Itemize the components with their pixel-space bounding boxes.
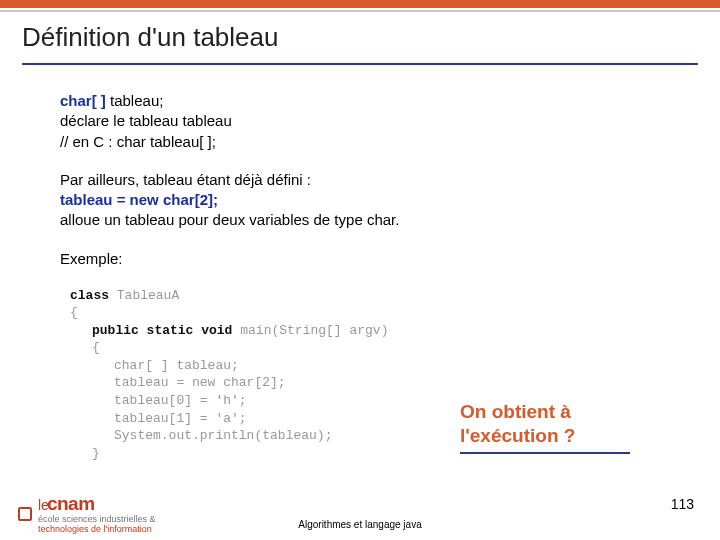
code-classname: TableauA (109, 288, 179, 303)
kw-public-static-void: public static void (92, 323, 232, 338)
code-main-sig: main(String[] argv) (232, 323, 388, 338)
callout-underline (460, 452, 630, 454)
alloc-line1: Par ailleurs, tableau étant déjà défini … (60, 170, 680, 190)
decl-line2: déclare le tableau tableau (60, 111, 680, 131)
code-line-brace-open: { (70, 304, 680, 322)
callout-box: On obtient à l'exécution ? (460, 400, 630, 454)
code-line-decl: char[ ] tableau; (70, 357, 680, 375)
callout-line2: l'exécution ? (460, 424, 630, 448)
slide-title: Définition d'un tableau (22, 22, 720, 53)
page-number: 113 (671, 496, 694, 512)
logo-cnam: cnam (47, 493, 95, 514)
decl-line1-rest: tableau; (106, 92, 164, 109)
example-label: Exemple: (60, 249, 680, 269)
logo-row: lecnam école sciences industrielles & te… (18, 493, 156, 534)
block-declaration: char[ ] tableau; déclare le tableau tabl… (60, 91, 680, 152)
decl-line3: // en C : char tableau[ ]; (60, 132, 680, 152)
slide: Définition d'un tableau char[ ] tableau;… (0, 0, 720, 540)
top-accent-bar (0, 0, 720, 8)
alloc-line2: tableau = new char[2]; (60, 190, 680, 210)
code-line-brace-open2: { (70, 339, 680, 357)
code-line-main: public static void main(String[] argv) (70, 322, 680, 340)
code-line-new: tableau = new char[2]; (70, 374, 680, 392)
decl-line1: char[ ] tableau; (60, 91, 680, 111)
logo-sub2: technologies de l'information (38, 525, 156, 534)
cnam-logo: lecnam école sciences industrielles & te… (18, 493, 156, 534)
block-allocation: Par ailleurs, tableau étant déjà défini … (60, 170, 680, 231)
code-line-class: class TableauA (70, 287, 680, 305)
alloc-line3: alloue un tableau pour deux variables de… (60, 210, 680, 230)
title-wrap: Définition d'un tableau (0, 12, 720, 59)
keyword-char: char[ ] (60, 92, 106, 109)
block-example-label: Exemple: (60, 249, 680, 269)
callout-line1: On obtient à (460, 400, 630, 424)
kw-class: class (70, 288, 109, 303)
logo-mark-icon (18, 507, 32, 521)
